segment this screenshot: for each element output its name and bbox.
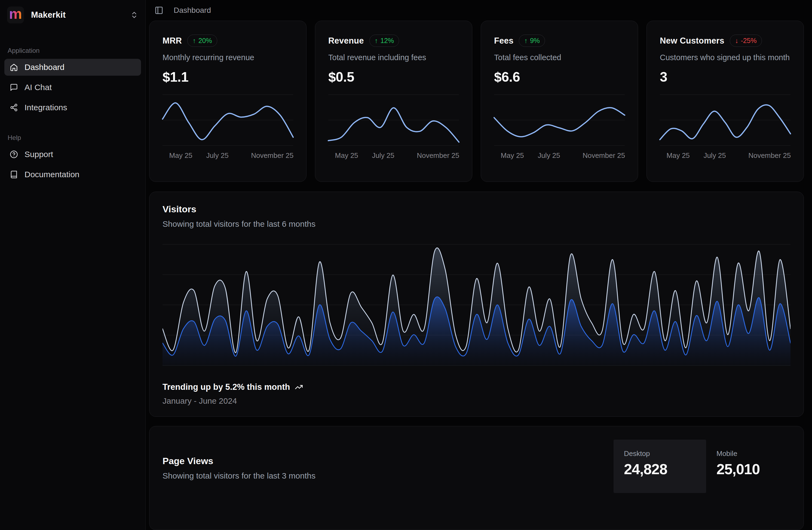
page-views-subtitle: Showing total visitors for the last 3 mo… [162, 471, 316, 481]
toggle-label: Mobile [716, 449, 799, 458]
help-circle-icon [10, 150, 18, 158]
x-tick: November 25 [748, 151, 791, 160]
stat-description: Monthly recurring revenue [162, 53, 293, 62]
stat-value: 3 [660, 69, 791, 85]
visitors-subtitle: Showing total visitors for the last 6 mo… [162, 219, 791, 229]
stat-value: $6.6 [494, 69, 625, 85]
arrow-up-icon: ↑ [192, 37, 196, 45]
arrow-down-icon: ↓ [735, 37, 739, 45]
page-views-card: Page Views Showing total visitors for th… [149, 426, 804, 530]
visitors-area-chart [162, 244, 791, 366]
sidebar-item-dashboard[interactable]: Dashboard [4, 59, 141, 76]
stat-description: Total fees collected [494, 53, 625, 62]
sparkline-chart: May 25 July 25 November 25 [660, 94, 791, 161]
stat-card-new-customers: New Customers ↓-25% Customers who signed… [647, 21, 804, 182]
trend-text: Trending up by 5.2% this month [162, 382, 290, 392]
sidebar: m Makerkit Application Dashboard AI Chat… [0, 0, 146, 530]
main-content: Dashboard MRR ↑20% Monthly recurring rev… [146, 0, 812, 530]
trend-badge: ↓-25% [730, 34, 762, 47]
trend-badge: ↑9% [519, 34, 545, 47]
sidebar-item-label: AI Chat [25, 83, 52, 92]
stat-cards-row: MRR ↑20% Monthly recurring revenue $1.1 … [149, 21, 804, 182]
date-range: January - June 2024 [162, 396, 791, 405]
x-tick: July 25 [206, 151, 228, 160]
visitors-title: Visitors [162, 204, 791, 215]
x-tick: November 25 [582, 151, 625, 160]
sidebar-item-label: Integrations [25, 103, 67, 112]
trending-up-icon [295, 383, 303, 391]
x-tick: November 25 [417, 151, 459, 160]
stat-card-revenue: Revenue ↑12% Total revenue including fee… [315, 21, 472, 182]
topbar: Dashboard [149, 0, 804, 21]
toggle-value: 24,828 [624, 461, 706, 477]
sparkline-chart: May 25 July 25 November 25 [162, 94, 293, 161]
sidebar-section-help: Help [8, 134, 138, 142]
arrow-up-icon: ↑ [524, 37, 527, 45]
trend-footer: Trending up by 5.2% this month [162, 382, 791, 392]
share-icon [10, 103, 18, 112]
stat-card-mrr: MRR ↑20% Monthly recurring revenue $1.1 … [149, 21, 306, 182]
sparkline-chart: May 25 July 25 November 25 [328, 94, 459, 161]
sidebar-item-ai-chat[interactable]: AI Chat [4, 79, 141, 96]
stat-title: MRR [162, 36, 182, 46]
page-views-header: Page Views Showing total visitors for th… [149, 426, 316, 530]
sidebar-section-application: Application [8, 47, 138, 55]
stat-title: New Customers [660, 36, 724, 46]
stat-value: $1.1 [162, 69, 293, 85]
breadcrumb: Dashboard [174, 6, 211, 15]
x-tick: July 25 [538, 151, 560, 160]
message-square-icon [10, 83, 18, 91]
stat-title: Revenue [328, 36, 364, 46]
sidebar-item-label: Documentation [25, 170, 79, 179]
visitors-card: Visitors Showing total visitors for the … [149, 192, 804, 417]
makerkit-logo: m [7, 6, 24, 24]
sparkline-chart: May 25 July 25 November 25 [494, 94, 625, 161]
logo-letter: m [9, 7, 22, 23]
toggle-label: Desktop [624, 449, 706, 458]
x-tick: July 25 [704, 151, 726, 160]
stat-description: Total revenue including fees [328, 53, 459, 62]
home-icon [10, 63, 18, 71]
book-icon [10, 170, 18, 178]
page-views-title: Page Views [162, 456, 316, 466]
stat-card-fees: Fees ↑9% Total fees collected $6.6 May 2… [481, 21, 638, 182]
stat-title: Fees [494, 36, 513, 46]
sidebar-item-support[interactable]: Support [4, 146, 141, 163]
arrow-up-icon: ↑ [375, 37, 378, 45]
x-tick: May 25 [501, 151, 524, 160]
trend-badge: ↑20% [187, 34, 217, 47]
series-toggles: Desktop 24,828 Mobile 25,010 [613, 440, 799, 530]
sidebar-item-integrations[interactable]: Integrations [4, 99, 141, 116]
x-tick: November 25 [251, 151, 293, 160]
sidebar-item-documentation[interactable]: Documentation [4, 166, 141, 183]
toggle-mobile[interactable]: Mobile 25,010 [706, 440, 799, 493]
x-tick: May 25 [667, 151, 690, 160]
sidebar-toggle-icon[interactable] [155, 6, 163, 15]
stat-value: $0.5 [328, 69, 459, 85]
toggle-desktop[interactable]: Desktop 24,828 [613, 440, 706, 493]
workspace-switcher[interactable]: m Makerkit [4, 5, 141, 25]
stat-description: Customers who signed up this month [660, 53, 791, 62]
x-tick: May 25 [335, 151, 358, 160]
x-tick: July 25 [372, 151, 394, 160]
sidebar-item-label: Support [25, 150, 53, 159]
brand-name: Makerkit [31, 10, 66, 20]
trend-badge: ↑12% [369, 34, 399, 47]
sidebar-item-label: Dashboard [25, 62, 64, 72]
chevrons-up-down-icon [130, 11, 138, 19]
x-tick: May 25 [169, 151, 192, 160]
toggle-value: 25,010 [716, 461, 799, 477]
